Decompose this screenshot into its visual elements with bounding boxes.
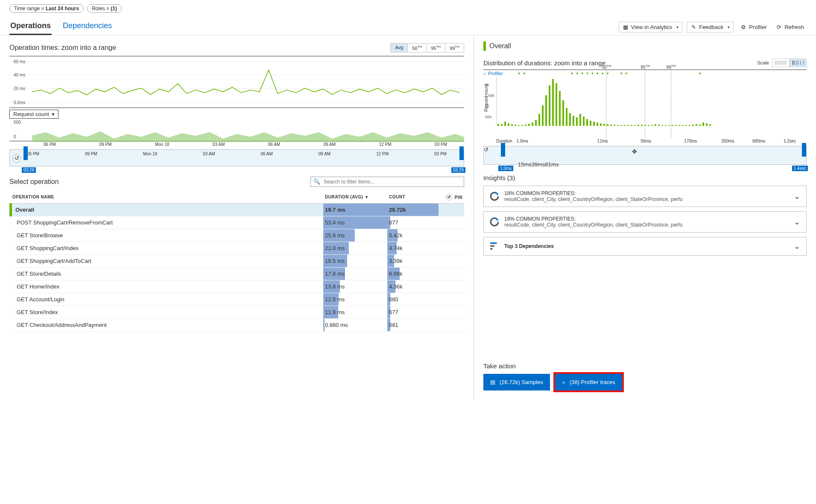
chevron-down-icon: ▾ <box>728 25 730 29</box>
request-count-dropdown[interactable]: Request count▾ <box>9 110 58 119</box>
scale-linear-button[interactable] <box>772 58 790 67</box>
view-in-analytics-button[interactable]: ▦ View in Analytics ▾ <box>619 22 683 32</box>
table-row[interactable]: GET ShoppingCart/Index21.0 ms4.74k <box>11 242 464 254</box>
slider-handle-end[interactable] <box>459 146 464 160</box>
operation-times-chart[interactable]: 60 ms 40 ms 20 ms 0.0ms <box>9 56 464 108</box>
refresh-button[interactable]: ⟳ Refresh <box>773 22 807 32</box>
op-times-time-slider[interactable]: ↺ 06 PM09 PMMon 1803 AM06 AM09 AM12 PM03… <box>9 149 464 166</box>
chevron-down-icon: ▾ <box>676 25 679 29</box>
percentile-toggle-group: Avg 50TH 95TH 99TH <box>390 43 464 52</box>
insight-card-1[interactable]: 18% COMMON PROPERTIES: resultCode, clien… <box>483 186 807 207</box>
request-count-chart[interactable]: 500 0 <box>9 119 464 141</box>
chevron-down-icon: ⌄ <box>794 217 800 227</box>
chevron-down-icon: ⌄ <box>794 242 800 251</box>
filter-roles[interactable]: Roles = (1) <box>87 4 122 13</box>
operation-times-title: Operation times: zoom into a range <box>9 44 116 52</box>
profiler-traces-button[interactable]: ⟐ (38) Profiler traces <box>555 374 622 390</box>
undo-icon[interactable]: ↺ <box>445 194 452 201</box>
insight-card-3[interactable]: Top 3 Dependencies ⌄ <box>483 237 807 256</box>
table-row[interactable]: GET Checkout/AddressAndPayment0.880 ms68… <box>11 318 464 331</box>
scale-label: Scale <box>757 60 769 65</box>
pie-icon <box>490 217 499 227</box>
bars-icon <box>490 242 499 251</box>
search-input[interactable] <box>323 178 461 185</box>
table-row[interactable]: GET Store/Browse25.8 ms5.42k <box>11 229 464 242</box>
chevron-down-icon: ▾ <box>52 111 55 117</box>
toggle-95th[interactable]: 95TH <box>427 44 445 52</box>
distribution-chart[interactable]: ⟐Profiler ▼▼ ▼▼▼▼▼▼▼▼ ▼▼ ▼ Request count… <box>483 70 807 138</box>
search-input-wrapper[interactable]: 🔍 <box>310 177 464 187</box>
operations-table: OPERATION NAME DURATION (AVG)▾ COUNT ↺PI… <box>9 191 464 332</box>
analytics-icon: ▦ <box>623 24 629 30</box>
table-row[interactable]: GET Home/Index13.8 ms4.36k <box>11 280 464 293</box>
feedback-icon: ✎ <box>690 24 696 30</box>
undo-icon[interactable]: ↺ <box>484 146 806 153</box>
svg-marker-0 <box>32 131 464 142</box>
overall-indicator <box>483 41 486 51</box>
take-action-title: Take action <box>483 362 807 370</box>
insights-title: Insights (3) <box>483 174 807 181</box>
tab-operations[interactable]: Operations <box>9 19 52 35</box>
table-row[interactable]: POST ShoppingCart/RemoveFromCart53.4 ms6… <box>11 216 464 229</box>
table-row[interactable]: GET Store/Details17.8 ms6.09k <box>11 267 464 280</box>
collapse-icon[interactable]: ✥ <box>632 148 637 155</box>
feedback-button[interactable]: ✎ Feedback ▾ <box>687 22 734 32</box>
filter-time-range[interactable]: Time range = Last 24 hours <box>9 4 84 13</box>
profiler-button[interactable]: ⚙ Profiler <box>738 22 769 32</box>
svg-rect-17 <box>490 242 497 244</box>
toggle-50th[interactable]: 50TH <box>408 44 427 52</box>
select-operation-title: Select operation <box>9 178 59 186</box>
search-icon: 🔍 <box>313 178 320 185</box>
table-row[interactable]: GET Store/Index11.9 ms677 <box>11 306 464 318</box>
table-row[interactable]: Overall19.7 ms26.72k <box>11 203 464 216</box>
distribution-x-axis: Duration 1.0ms 11ms 56ms 170ms 350ms 680… <box>496 138 807 143</box>
distribution-title: Distribution of durations: zoom into a r… <box>483 59 605 67</box>
profiler-icon: ⟐ <box>483 71 486 76</box>
refresh-icon: ⟳ <box>776 24 782 30</box>
tab-dependencies[interactable]: Dependencies <box>62 19 113 35</box>
slider-handle-start[interactable] <box>23 146 28 160</box>
table-row[interactable]: GET ShoppingCart/AddToCart19.5 ms3.39k <box>11 254 464 267</box>
chevron-down-icon[interactable]: ▾ <box>366 195 368 199</box>
dist-slider-end[interactable] <box>802 143 806 157</box>
trace-icon: ⟐ <box>562 379 565 385</box>
scale-log-button[interactable] <box>790 58 807 67</box>
svg-rect-18 <box>490 245 494 247</box>
toggle-99th[interactable]: 99TH <box>445 44 464 52</box>
overall-label: Overall <box>489 42 511 50</box>
svg-rect-19 <box>490 248 493 249</box>
distribution-slider[interactable]: ↺ ✥ 15ms39ms81ms 1.0ms 1.4sec <box>483 146 807 165</box>
insight-card-2[interactable]: 18% COMMON PROPERTIES: resultCode, clien… <box>483 211 807 233</box>
pie-icon <box>490 192 499 201</box>
list-icon: ▤ <box>490 379 495 385</box>
chevron-down-icon: ⌄ <box>794 192 800 201</box>
undo-icon[interactable]: ↺ <box>12 154 21 163</box>
toggle-avg[interactable]: Avg <box>391 44 408 52</box>
table-row[interactable]: GET Account/Login12.5 ms680 <box>11 293 464 306</box>
gear-icon: ⚙ <box>740 24 746 30</box>
samples-button[interactable]: ▤ (26.72k) Samples <box>483 374 550 390</box>
dist-slider-start[interactable] <box>501 143 505 157</box>
